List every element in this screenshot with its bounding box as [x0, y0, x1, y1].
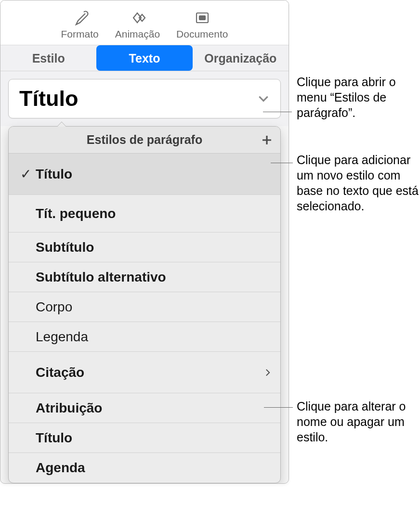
paragraph-style-item[interactable]: ✓Título: [9, 154, 280, 195]
callout-add-style: Clique para adicionar um novo estilo com…: [297, 152, 420, 214]
paragraph-style-item[interactable]: Subtítulo alternativo: [9, 262, 280, 292]
paragraph-style-label: Atribuição: [36, 400, 273, 416]
format-tab-label: Formato: [61, 28, 99, 40]
format-inspector-panel: Formato Animação Documento Estilo Texto …: [0, 0, 289, 484]
paragraph-style-label: Subtítulo: [36, 240, 273, 255]
animation-tab-label: Animação: [115, 28, 160, 40]
paragraph-style-item[interactable]: Citação: [9, 352, 280, 393]
paragraph-style-item[interactable]: Título: [9, 423, 280, 453]
paragraph-style-label: Citação: [36, 365, 263, 380]
paragraph-style-label: Legenda: [36, 329, 273, 345]
paragraph-style-item[interactable]: Atribuição: [9, 393, 280, 423]
paragraph-style-item[interactable]: Agenda: [9, 453, 280, 483]
paragraph-style-item[interactable]: Subtítulo: [9, 232, 280, 262]
document-tab[interactable]: Documento: [176, 10, 228, 40]
segment-text[interactable]: Texto: [96, 45, 192, 71]
paragraph-style-item[interactable]: Tít. pequeno: [9, 195, 280, 232]
svg-rect-1: [199, 16, 205, 20]
popover-arrow: [56, 121, 67, 127]
callout-leader-1: [263, 112, 292, 112]
paragraph-style-label: Subtítulo alternativo: [36, 270, 273, 285]
paragraph-style-label: Corpo: [36, 299, 273, 315]
animation-tab[interactable]: Animação: [115, 10, 160, 40]
paragraph-style-current: Título: [19, 86, 78, 111]
paragraph-style-button[interactable]: Título: [8, 79, 281, 118]
checkmark-icon: ✓: [15, 166, 36, 182]
paragraph-style-item[interactable]: Corpo: [9, 292, 280, 322]
paragraph-style-label: Título: [36, 167, 273, 182]
paragraph-style-label: Título: [36, 430, 273, 446]
animation-icon: [128, 10, 147, 26]
inspector-segments: Estilo Texto Organização: [0, 45, 289, 71]
callout-rename-delete: Clique para alterar o nome ou apagar um …: [297, 399, 420, 445]
paragraph-styles-popover: Estilos de parágrafo ✓TítuloTít. pequeno…: [8, 126, 281, 483]
callout-leader-2: [271, 163, 293, 163]
paragraph-styles-header: Estilos de parágrafo: [9, 127, 280, 154]
callout-leader-3: [264, 407, 293, 408]
brush-icon: [70, 10, 90, 26]
segment-organize[interactable]: Organização: [193, 45, 289, 71]
chevron-down-icon: [257, 92, 270, 105]
paragraph-styles-list: ✓TítuloTít. pequenoSubtítuloSubtítulo al…: [9, 154, 280, 483]
paragraph-style-field-wrap: Título: [0, 71, 289, 126]
paragraph-style-item[interactable]: Legenda: [9, 322, 280, 352]
callout-open-menu: Clique para abrir o menu “Estilos de par…: [297, 74, 420, 120]
add-style-button[interactable]: [260, 133, 274, 147]
chevron-right-icon[interactable]: [263, 369, 273, 376]
segment-style[interactable]: Estilo: [0, 45, 96, 71]
document-tab-label: Documento: [176, 28, 228, 40]
document-icon: [193, 10, 212, 26]
paragraph-styles-title: Estilos de parágrafo: [87, 133, 202, 147]
format-tab[interactable]: Formato: [61, 10, 99, 40]
inspector-toolbar: Formato Animação Documento: [0, 0, 289, 45]
paragraph-style-label: Tít. pequeno: [36, 206, 273, 221]
paragraph-style-label: Agenda: [36, 460, 273, 476]
